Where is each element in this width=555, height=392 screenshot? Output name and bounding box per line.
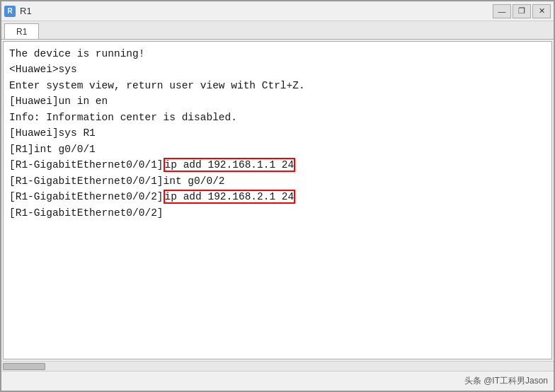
tab-r1[interactable]: R1 — [4, 23, 39, 39]
terminal-line: [R1-GigabitEthernet0/0/1]ip add 192.168.… — [9, 157, 546, 173]
terminal-line: [Huawei]sys R1 — [9, 125, 546, 141]
terminal-line: [Huawei]un in en — [9, 93, 546, 109]
terminal-line: [R1-GigabitEthernet0/0/2] — [9, 205, 546, 221]
tab-label: R1 — [16, 27, 27, 37]
app-icon: R — [4, 6, 16, 17]
terminal-content: The device is running!<Huawei>sysEnter s… — [9, 46, 546, 221]
terminal-wrapper: The device is running!<Huawei>sysEnter s… — [1, 40, 554, 371]
tab-bar: R1 — [1, 21, 554, 40]
line-prefix: [R1-GigabitEthernet0/0/2] — [9, 191, 164, 202]
close-button[interactable]: ✕ — [532, 4, 551, 18]
window-controls: — ❐ ✕ — [493, 4, 551, 18]
main-window: R R1 — ❐ ✕ R1 The device is running!<Hua… — [0, 0, 555, 392]
terminal-line: <Huawei>sys — [9, 62, 546, 77]
highlighted-command: ip add 192.168.1.1 24 — [164, 158, 296, 172]
title-bar-left: R R1 — [4, 6, 32, 17]
horizontal-scrollbar[interactable] — [1, 361, 554, 371]
terminal-line: [R1]int g0/0/1 — [9, 142, 546, 157]
line-prefix: [R1-GigabitEthernet0/0/1] — [9, 159, 164, 171]
highlighted-command: ip add 192.168.2.1 24 — [164, 190, 296, 204]
terminal-line: Info: Information center is disabled. — [9, 110, 546, 125]
minimize-button[interactable]: — — [493, 4, 511, 18]
title-bar: R R1 — ❐ ✕ — [1, 1, 554, 21]
terminal-line: [R1-GigabitEthernet0/0/2]ip add 192.168.… — [9, 189, 546, 204]
terminal-line: [R1-GigabitEthernet0/0/1]int g0/0/2 — [9, 173, 546, 189]
terminal-line: The device is running! — [9, 46, 546, 62]
restore-button[interactable]: ❐ — [513, 4, 531, 18]
terminal-area[interactable]: The device is running!<Huawei>sysEnter s… — [3, 41, 552, 359]
window-title: R1 — [20, 6, 32, 16]
watermark-text: 头条 @IT工科男Jason — [464, 375, 548, 387]
terminal-line: Enter system view, return user view with… — [9, 78, 546, 93]
scrollbar-thumb[interactable] — [3, 363, 45, 370]
bottom-bar: 头条 @IT工科男Jason — [1, 371, 554, 391]
